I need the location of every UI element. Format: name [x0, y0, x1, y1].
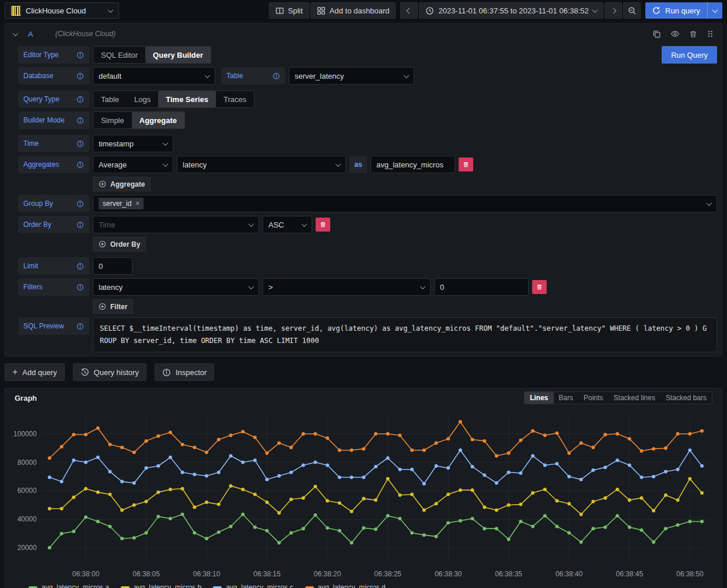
filter-value-input[interactable]: [434, 278, 529, 296]
builder-mode-option-simple[interactable]: Simple: [93, 112, 132, 128]
builder-mode-option-aggregate[interactable]: Aggregate: [132, 112, 184, 128]
query-header: A (ClickHouse Cloud): [5, 24, 722, 44]
graph-mode-points[interactable]: Points: [578, 392, 608, 404]
svg-text:80000: 80000: [18, 459, 37, 467]
query-type-option-traces[interactable]: Traces: [216, 91, 254, 107]
time-field-select[interactable]: timestamp: [93, 135, 173, 152]
editor-type-option-query-builder[interactable]: Query Builder: [145, 47, 211, 63]
info-icon[interactable]: [76, 117, 84, 124]
run-query-button[interactable]: Run query: [645, 2, 707, 19]
run-query-dropdown[interactable]: [707, 2, 722, 19]
legend-item[interactable]: avg_latency_micros d: [305, 583, 386, 588]
editor-type-label: Editor Type: [23, 51, 58, 59]
chevron-down-icon: [707, 200, 712, 206]
add-order-by-label: Order By: [110, 240, 140, 249]
chevron-down-icon: [712, 7, 718, 13]
svg-text:06:38:15: 06:38:15: [253, 570, 281, 578]
svg-text:06:38:05: 06:38:05: [132, 570, 160, 578]
split-label: Split: [288, 6, 303, 15]
chevron-down-icon: [163, 161, 169, 167]
time-shift-forward-button[interactable]: [604, 2, 622, 19]
row-editor-type: Editor Type SQL Editor Query Builder: [18, 46, 717, 64]
query-type-option-table[interactable]: Table: [93, 91, 127, 107]
graph-mode-stacked-bars[interactable]: Stacked bars: [660, 392, 712, 404]
zoom-out-button[interactable]: [623, 2, 641, 19]
group-by-multiselect[interactable]: server_id ×: [93, 195, 717, 212]
collapse-chevron-icon[interactable]: [13, 30, 19, 36]
remove-filter-button[interactable]: [532, 280, 547, 294]
query-type-option-logs[interactable]: Logs: [127, 91, 158, 107]
row-filters: Filters latency >: [18, 278, 717, 296]
graph-mode-stacked-lines[interactable]: Stacked lines: [609, 392, 660, 404]
add-to-dashboard-label: Add to dashboard: [330, 6, 390, 15]
inspector-button[interactable]: Inspector: [155, 363, 214, 381]
time-range-picker[interactable]: 2023-11-01 06:37:55 to 2023-11-01 06:38:…: [419, 2, 603, 19]
info-icon[interactable]: [76, 96, 84, 103]
order-by-field-select[interactable]: Time: [93, 216, 259, 233]
database-select[interactable]: default: [93, 67, 215, 85]
query-ref-id[interactable]: A: [28, 30, 33, 38]
info-icon[interactable]: [76, 161, 84, 169]
time-shift-back-button[interactable]: [400, 2, 418, 19]
add-filter-label: Filter: [110, 303, 127, 311]
legend-item[interactable]: avg_latency_micros a: [29, 583, 109, 588]
chevron-down-icon: [249, 284, 254, 289]
add-query-button[interactable]: + Add query: [5, 363, 65, 381]
row-sql-preview: SQL Preview SELECT $__timeInterval(times…: [18, 317, 717, 352]
drag-handle-icon[interactable]: [707, 30, 714, 38]
limit-input[interactable]: [93, 257, 132, 275]
svg-text:06:38:30: 06:38:30: [435, 570, 462, 578]
legend-item[interactable]: avg_latency_micros b: [121, 583, 201, 588]
query-history-button[interactable]: Query history: [73, 363, 146, 381]
info-icon[interactable]: [76, 51, 84, 59]
svg-text:06:38:40: 06:38:40: [555, 570, 583, 578]
info-icon[interactable]: [76, 140, 84, 148]
hide-query-eye-icon[interactable]: [670, 29, 680, 38]
add-order-by-button[interactable]: Order By: [93, 237, 146, 251]
time-series-chart[interactable]: 2000040000600008000010000006:38:0006:38:…: [5, 407, 722, 582]
chevron-down-icon: [249, 221, 254, 227]
add-filter-button[interactable]: Filter: [93, 299, 133, 314]
svg-text:06:38:50: 06:38:50: [676, 570, 704, 578]
info-icon[interactable]: [272, 72, 280, 80]
query-history-label: Query history: [94, 368, 139, 377]
remove-tag-icon[interactable]: ×: [135, 200, 139, 208]
split-icon: [275, 6, 284, 15]
filter-operator-select[interactable]: >: [263, 278, 431, 296]
plus-icon: +: [12, 368, 18, 377]
aggregate-alias-input[interactable]: [371, 156, 455, 173]
delete-query-trash-icon[interactable]: [689, 30, 697, 38]
info-icon[interactable]: [76, 72, 84, 80]
duplicate-query-icon[interactable]: [652, 30, 661, 38]
remove-order-by-button[interactable]: [316, 218, 330, 232]
aggregate-column-select[interactable]: latency: [177, 156, 346, 173]
info-icon[interactable]: [76, 284, 84, 291]
info-icon[interactable]: [76, 200, 84, 208]
info-icon[interactable]: [76, 323, 84, 330]
remove-aggregate-button[interactable]: [459, 158, 473, 172]
add-aggregate-button[interactable]: Aggregate: [93, 177, 151, 191]
datasource-picker[interactable]: ClickHouse Cloud: [5, 2, 119, 19]
chart-svg: 2000040000600008000010000006:38:0006:38:…: [9, 408, 716, 582]
builder-mode-label: Builder Mode: [23, 116, 65, 124]
row-aggregates: Aggregates Average latency as: [18, 156, 717, 173]
query-type-option-time-series[interactable]: Time Series: [158, 91, 216, 107]
info-icon[interactable]: [76, 262, 84, 270]
aggregate-function-select[interactable]: Average: [93, 156, 173, 173]
graph-mode-bars[interactable]: Bars: [554, 392, 579, 404]
info-icon[interactable]: [76, 221, 84, 229]
editor-type-option-sql-editor[interactable]: SQL Editor: [93, 47, 145, 63]
svg-text:06:38:20: 06:38:20: [314, 570, 341, 578]
legend-item[interactable]: avg_latency_micros c: [213, 583, 293, 588]
split-button[interactable]: Split: [269, 2, 309, 19]
add-query-label: Add query: [22, 368, 57, 377]
graph-mode-lines[interactable]: Lines: [525, 392, 553, 404]
filter-field-select[interactable]: latency: [93, 278, 259, 296]
clickhouse-logo-icon: [11, 6, 21, 16]
add-to-dashboard-button[interactable]: Add to dashboard: [310, 2, 396, 19]
search-minus-icon: [628, 6, 637, 15]
datasource-name: ClickHouse Cloud: [26, 6, 104, 15]
table-select[interactable]: server_latency: [289, 67, 414, 85]
order-direction-select[interactable]: ASC: [263, 216, 312, 233]
run-query-panel-button[interactable]: Run Query: [662, 46, 717, 64]
